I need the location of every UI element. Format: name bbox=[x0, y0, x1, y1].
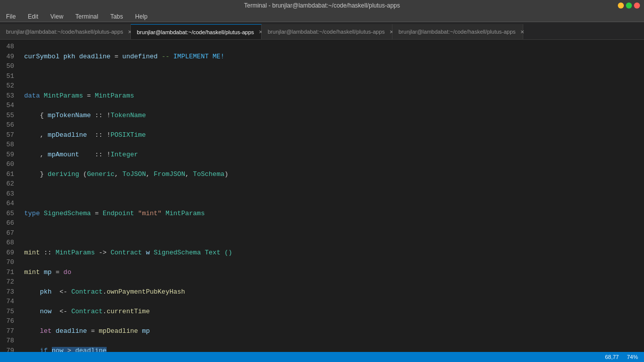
menu-help[interactable]: Help bbox=[133, 12, 150, 21]
line-52: , mpDeadline :: !POSIXTime bbox=[24, 130, 644, 140]
menu-tabs[interactable]: Tabs bbox=[108, 12, 125, 21]
line-59: mint mp = do bbox=[24, 267, 644, 278]
zoom-level: 74% bbox=[627, 354, 638, 360]
line-55 bbox=[24, 189, 644, 199]
line-63: if now > deadline bbox=[24, 346, 644, 352]
line-53: , mpAmount :: !Integer bbox=[24, 150, 644, 160]
maximize-button[interactable] bbox=[626, 3, 632, 9]
tab-4[interactable]: brunjlar@lambdabat:~/code/haskell/plutus… bbox=[392, 24, 523, 39]
status-bar: 68,77 74% bbox=[0, 352, 644, 362]
line-54: } deriving (Generic, ToJSON, FromJSON, T… bbox=[24, 169, 644, 179]
line-61: now <- Contract.currentTime bbox=[24, 307, 644, 317]
line-50: data MintParams = MintParams bbox=[24, 91, 644, 101]
tab-4-label: brunjlar@lambdabat:~/code/haskell/plutus… bbox=[398, 29, 516, 35]
cursor-position: 68,77 bbox=[605, 354, 619, 360]
tab-3-label: brunjlar@lambdabat:~/code/haskell/plutus… bbox=[268, 29, 385, 35]
tab-1-label: brunjlar@lambdabat:~/code/haskell/plutus… bbox=[6, 29, 123, 35]
line-51: { mpTokenName :: !TokenName bbox=[24, 111, 644, 121]
menu-terminal[interactable]: Terminal bbox=[73, 12, 100, 21]
menu-bar: File Edit View Terminal Tabs Help bbox=[0, 11, 644, 22]
tab-2-label: brunjlar@lambdabat:~/code/haskell/plutus… bbox=[137, 29, 254, 35]
menu-edit[interactable]: Edit bbox=[26, 12, 40, 21]
line-58: mint :: MintParams -> Contract w SignedS… bbox=[24, 248, 644, 258]
window-controls[interactable] bbox=[618, 3, 640, 9]
tab-1[interactable]: brunjlar@lambdabat:~/code/haskell/plutus… bbox=[0, 24, 131, 39]
tab-4-close[interactable]: ✕ bbox=[519, 28, 526, 35]
tab-3[interactable]: brunjlar@lambdabat:~/code/haskell/plutus… bbox=[262, 24, 392, 39]
title-text: Terminal - brunjlar@lambdabat:~/code/has… bbox=[244, 2, 400, 9]
close-button[interactable] bbox=[634, 3, 640, 9]
line-48: curSymbol pkh deadline = undefined -- IM… bbox=[24, 52, 644, 62]
line-numbers: 48 49 50 51 52 53 54 55 56 57 58 59 60 6… bbox=[0, 40, 20, 352]
tab-bar: brunjlar@lambdabat:~/code/haskell/plutus… bbox=[0, 22, 644, 40]
line-49 bbox=[24, 71, 644, 81]
line-56: type SignedSchema = Endpoint "mint" Mint… bbox=[24, 209, 644, 219]
line-62: let deadline = mpDeadline mp bbox=[24, 326, 644, 336]
code-area[interactable]: 48 49 50 51 52 53 54 55 56 57 58 59 60 6… bbox=[0, 40, 644, 352]
line-57 bbox=[24, 228, 644, 238]
line-60: pkh <- Contract.ownPaymentPubKeyHash bbox=[24, 287, 644, 297]
tab-2[interactable]: brunjlar@lambdabat:~/code/haskell/plutus… bbox=[131, 24, 262, 39]
code-content[interactable]: curSymbol pkh deadline = undefined -- IM… bbox=[20, 40, 644, 352]
editor[interactable]: 48 49 50 51 52 53 54 55 56 57 58 59 60 6… bbox=[0, 40, 644, 352]
menu-view[interactable]: View bbox=[48, 12, 65, 21]
menu-file[interactable]: File bbox=[4, 12, 18, 21]
minimize-button[interactable] bbox=[618, 3, 624, 9]
title-bar: Terminal - brunjlar@lambdabat:~/code/has… bbox=[0, 0, 644, 11]
